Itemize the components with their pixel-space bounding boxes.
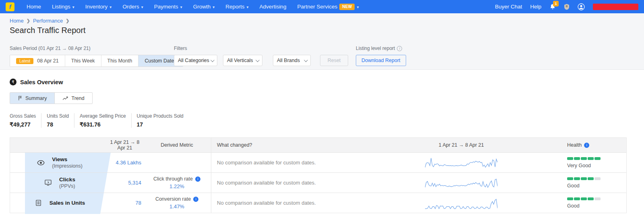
account-avatar-icon[interactable]: [578, 3, 585, 10]
period-button-08-apr-21[interactable]: Latest08 Apr 21: [10, 55, 65, 66]
chevron-down-icon: [109, 4, 111, 10]
what-changed-text: No comparison available for custom dates…: [211, 153, 372, 172]
download-report-button[interactable]: Download Report: [356, 55, 406, 66]
clicks-icon: [41, 180, 55, 186]
tab-summary[interactable]: Summary: [10, 93, 55, 104]
views-value-link[interactable]: 4.36 Lakhs: [116, 160, 141, 166]
avatar-icon: [578, 3, 585, 10]
metric-label: Units Sold: [47, 113, 69, 119]
nav-item-listings[interactable]: Listings: [52, 4, 74, 10]
nav-item-inventory[interactable]: Inventory: [85, 4, 112, 10]
period-button-this-week[interactable]: This Week: [65, 55, 101, 66]
nav-item-label: Listings: [52, 4, 70, 10]
listing-level-info-icon[interactable]: [397, 46, 402, 51]
filters-label: Filters: [174, 46, 348, 51]
header-health-label: Health: [567, 142, 582, 148]
reset-button[interactable]: Reset: [320, 55, 348, 66]
metric-name: Clicks: [55, 176, 75, 183]
dropdown-value: All Verticals: [227, 58, 253, 63]
chevron-down-icon: [213, 4, 215, 10]
metric-label: Gross Sales: [10, 113, 36, 119]
chevron-down-icon: [141, 4, 143, 10]
metric-value: 17: [137, 121, 184, 128]
metric-value: 78: [47, 121, 69, 128]
nav-item-advertising[interactable]: Advertising: [260, 4, 287, 10]
nav-item-orders[interactable]: Orders: [122, 4, 143, 10]
eye-icon: [34, 160, 47, 166]
health-segment: [574, 197, 580, 200]
sales-document-icon: [32, 200, 45, 206]
metric-value: ₹631.76: [80, 121, 126, 128]
health-segment: [581, 157, 587, 160]
nav-item-reports[interactable]: Reports: [225, 4, 248, 10]
metric-sub: (Impressions): [47, 163, 83, 169]
buyer-chat-link[interactable]: Buyer Chat: [495, 4, 522, 10]
new-badge: NEW: [339, 4, 355, 10]
derived-metric-label: Conversion rate: [155, 196, 191, 202]
chevron-down-icon: [211, 58, 215, 62]
period-button-label: Custom Dates: [144, 58, 176, 64]
tab-trend-label: Trend: [71, 95, 84, 101]
conversion-info-icon[interactable]: [193, 197, 198, 202]
table-row-sales-units: Sales in Units 78 Conversion rate 1.47% …: [10, 193, 626, 213]
breadcrumb-separator-icon: ❯: [27, 18, 30, 23]
nav-item-label: Payments: [154, 4, 178, 10]
breadcrumb-link-home[interactable]: Home: [10, 18, 24, 24]
metric-average-selling-price: Average Selling Price₹631.76: [74, 113, 131, 128]
breadcrumb-link-performance[interactable]: Performance: [33, 18, 63, 24]
health-segment: [588, 157, 594, 160]
filters-group: Filters All CategoriesAll VerticalsAll B…: [174, 46, 348, 66]
metric-value: ₹49,277: [10, 121, 36, 128]
metric-label: Unique Products Sold: [137, 113, 184, 119]
flag-icon: [18, 95, 23, 101]
nav-item-growth[interactable]: Growth: [193, 4, 215, 10]
main-content: Sales Overview Summary Trend Gross Sales…: [0, 70, 644, 213]
trend-icon: [62, 96, 68, 100]
chevron-down-icon: [72, 4, 74, 10]
notifications-bell-icon[interactable]: 1: [549, 4, 556, 10]
sales-sparkline-chart: [425, 196, 497, 210]
metric-label: Average Selling Price: [80, 113, 126, 119]
period-button-label: This Month: [107, 58, 132, 64]
sales-value-link[interactable]: 78: [136, 200, 141, 206]
health-segment: [588, 177, 594, 180]
nav-right: Buyer Chat Help 1: [495, 3, 638, 10]
chevron-down-icon: [247, 4, 249, 10]
shield-icon: [564, 4, 570, 10]
health-segment: [567, 177, 573, 180]
what-changed-text: No comparison available for custom dates…: [211, 173, 372, 193]
nav-item-partner-services[interactable]: Partner ServicesNEW: [297, 4, 359, 10]
dropdown-all-verticals[interactable]: All Verticals: [223, 55, 262, 66]
dropdown-all-brands[interactable]: All Brands: [273, 55, 311, 66]
conversion-value-link[interactable]: 1.47%: [169, 203, 184, 210]
tab-trend[interactable]: Trend: [55, 93, 92, 104]
latest-badge: Latest: [16, 58, 33, 64]
ctr-value-link[interactable]: 1.22%: [169, 183, 184, 189]
nav-item-label: Home: [27, 4, 41, 10]
rupee-icon: [10, 79, 17, 85]
sales-period-label: Sales Period (01 Apr 21 → 08 Apr 21): [10, 46, 161, 51]
health-info-icon[interactable]: [584, 143, 589, 148]
seller-tier-badge-icon[interactable]: [564, 4, 570, 10]
overview-tabs: Summary Trend: [10, 92, 93, 104]
nav-item-label: Inventory: [85, 4, 108, 10]
nav-item-home[interactable]: Home: [27, 4, 41, 10]
clicks-value-link[interactable]: 5,314: [128, 180, 141, 186]
table-row-views: Views (Impressions) 4.36 Lakhs No compar…: [10, 152, 626, 172]
dropdown-all-categories[interactable]: All Categories: [174, 55, 217, 66]
nav-item-label: Growth: [193, 4, 211, 10]
health-segment: [574, 157, 580, 160]
account-name-redacted[interactable]: [593, 4, 638, 10]
metric-units-sold: Units Sold78: [41, 113, 74, 128]
nav-item-payments[interactable]: Payments: [154, 4, 182, 10]
help-link[interactable]: Help: [530, 4, 541, 10]
health-segment: [567, 157, 573, 160]
health-bar: [567, 157, 626, 160]
health-bar: [567, 177, 626, 180]
period-button-group: Latest08 Apr 21This WeekThis MonthCustom…: [10, 55, 183, 67]
ctr-info-icon[interactable]: [195, 176, 200, 182]
period-button-this-month[interactable]: This Month: [101, 55, 139, 66]
header-what-changed: What changed?: [211, 138, 372, 152]
what-changed-text: No comparison available for custom dates…: [211, 193, 372, 213]
flipkart-seller-logo[interactable]: [6, 2, 14, 11]
